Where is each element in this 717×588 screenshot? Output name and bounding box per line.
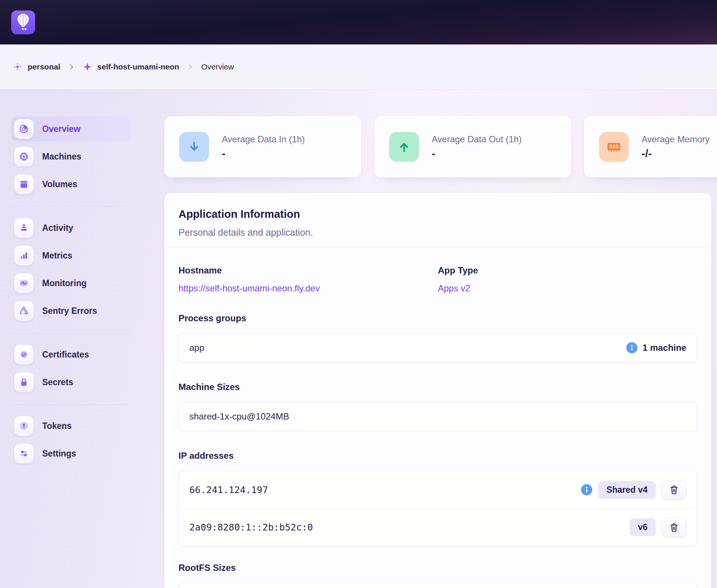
rootfs-sizes-label: RootFS Sizes	[179, 563, 697, 573]
sidebar-item-label: Overview	[42, 124, 80, 134]
upload-icon	[389, 132, 419, 162]
machine-sizes-label: Machine Sizes	[179, 382, 697, 392]
machine-size-row: shared-1x-cpu@1024MB	[179, 402, 697, 431]
ip-type-badge: Shared v4	[598, 481, 656, 499]
main-content: Average Data In (1h) - Average Data Out …	[131, 116, 717, 588]
download-icon	[179, 132, 209, 162]
process-group-machine-count: 1 machine	[643, 343, 686, 353]
breadcrumb-page: Overview	[201, 62, 234, 71]
process-group-name: app	[189, 343, 204, 353]
overview-gauge-icon	[14, 119, 34, 139]
breadcrumb: personal self-host-umami-neon Overview	[0, 44, 717, 89]
sidebar-item-label: Activity	[42, 223, 73, 233]
sidebar-item-certificates[interactable]: Certificates	[11, 342, 131, 367]
ip-address-row: 2a09:8280:1::2b:b52c:0 v6	[179, 508, 697, 546]
stat-label: Average Data Out (1h)	[432, 134, 522, 145]
ipv4-address: 66.241.124.197	[189, 485, 268, 495]
sidebar-divider	[13, 207, 129, 207]
padlock-icon	[14, 372, 34, 392]
top-navigation-bar	[0, 0, 717, 44]
machine-size-value: shared-1x-cpu@1024MB	[189, 411, 289, 422]
sliders-icon	[14, 443, 34, 464]
stat-card-data-out: Average Data Out (1h) -	[374, 116, 571, 177]
memory-icon	[599, 132, 629, 162]
stats-row: Average Data In (1h) - Average Data Out …	[164, 116, 717, 177]
sentry-logo-icon	[14, 301, 34, 321]
stat-value: -	[222, 148, 305, 160]
chevron-right-icon	[69, 62, 74, 71]
sidebar-item-label: Tokens	[42, 421, 72, 431]
card-title: Application Information	[179, 208, 697, 220]
sidebar-item-secrets[interactable]: Secrets	[11, 369, 131, 395]
info-icon[interactable]	[626, 342, 637, 353]
ip-type-badge: v6	[630, 519, 656, 536]
sidebar-item-sentry-errors[interactable]: Sentry Errors	[11, 298, 131, 324]
rootfs-size-row: 471 MB 1 machine	[179, 583, 697, 588]
ip-address-row: 66.241.124.197 Shared v4	[179, 471, 697, 508]
sidebar-item-overview[interactable]: Overview	[11, 116, 131, 142]
ip-addresses-section: IP addresses 66.241.124.197 Shared v4	[179, 451, 697, 546]
keyhole-icon	[14, 416, 34, 436]
sidebar-item-label: Volumes	[42, 179, 77, 189]
sidebar-item-tokens[interactable]: Tokens	[11, 413, 131, 439]
ip-addresses-label: IP addresses	[179, 451, 697, 461]
sidebar-item-settings[interactable]: Settings	[11, 441, 131, 466]
pulse-monitor-icon	[14, 273, 34, 293]
sidebar-item-label: Certificates	[42, 350, 89, 360]
process-group-row: app 1 machine	[179, 333, 697, 362]
stat-card-data-in: Average Data In (1h) -	[164, 116, 361, 177]
ipv6-address: 2a09:8280:1::2b:b52c:0	[189, 522, 313, 533]
sidebar-item-monitoring[interactable]: Monitoring	[11, 270, 131, 296]
hostname-apptype-row: Hostname https://self-host-umami-neon.fl…	[179, 265, 697, 294]
hostname-link[interactable]: https://self-host-umami-neon.fly.dev	[179, 283, 320, 294]
organization-dots-icon	[13, 62, 22, 72]
bar-chart-icon	[14, 245, 34, 266]
rootfs-sizes-section: RootFS Sizes 471 MB 1 machine	[179, 563, 697, 588]
cpu-chip-icon	[14, 146, 34, 167]
sidebar-item-label: Settings	[42, 449, 76, 459]
sidebar-item-activity[interactable]: Activity	[11, 215, 131, 241]
certificate-seal-icon	[14, 344, 34, 365]
stat-value: -/-	[642, 148, 710, 160]
chevron-right-icon	[187, 62, 193, 71]
hostname-label: Hostname	[179, 265, 438, 276]
sidebar-item-label: Secrets	[42, 377, 73, 387]
sidebar-item-metrics[interactable]: Metrics	[11, 243, 131, 268]
stat-value: -	[432, 148, 522, 160]
sidebar-item-label: Machines	[42, 152, 81, 162]
delete-ip-button[interactable]	[662, 480, 686, 499]
process-groups-section: Process groups app 1 machine	[179, 313, 697, 362]
machine-sizes-section: Machine Sizes shared-1x-cpu@1024MB	[179, 382, 697, 431]
process-groups-label: Process groups	[179, 313, 697, 324]
storage-box-icon	[14, 174, 34, 194]
stat-label: Average Data In (1h)	[222, 134, 305, 145]
sidebar: Overview Machines	[11, 116, 131, 588]
app-type-link[interactable]: Apps v2	[438, 283, 471, 294]
sidebar-item-label: Metrics	[42, 251, 72, 261]
sidebar-divider	[13, 333, 129, 334]
fly-logo-icon[interactable]	[11, 10, 35, 34]
stat-card-memory: Average Memory -/-	[584, 116, 717, 177]
application-information-card: Application Information Personal details…	[164, 193, 711, 588]
sidebar-item-machines[interactable]: Machines	[11, 144, 131, 169]
breadcrumb-org[interactable]: personal	[28, 62, 60, 71]
delete-ip-button[interactable]	[662, 518, 686, 537]
breadcrumb-app[interactable]: self-host-umami-neon	[97, 62, 179, 71]
sidebar-item-volumes[interactable]: Volumes	[11, 171, 131, 197]
sidebar-item-label: Monitoring	[42, 278, 87, 288]
sidebar-divider	[13, 405, 129, 405]
card-subtitle: Personal details and application.	[179, 227, 697, 238]
sparkle-icon	[83, 62, 92, 72]
activity-stack-icon	[14, 218, 34, 238]
app-type-label: App Type	[438, 265, 698, 276]
info-icon[interactable]	[581, 484, 592, 495]
sidebar-item-label: Sentry Errors	[42, 306, 97, 316]
stat-label: Average Memory	[642, 134, 710, 145]
